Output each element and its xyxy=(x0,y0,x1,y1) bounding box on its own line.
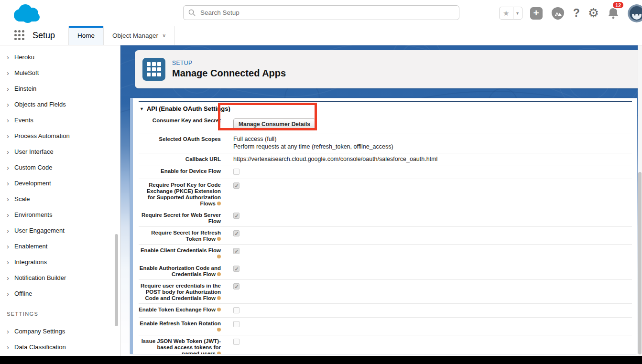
sidebar-item[interactable]: ›Custom Code xyxy=(0,160,120,175)
chevron-right-icon: › xyxy=(7,290,14,297)
sidebar-item[interactable]: ›Data Classification xyxy=(0,339,120,355)
tab-object-manager-label: Object Manager xyxy=(112,32,158,39)
sidebar-item[interactable]: ›Objects and Fields xyxy=(0,96,120,112)
quick-create-button[interactable]: + xyxy=(530,7,543,20)
tab-object-manager[interactable]: Object Manager ∨ xyxy=(103,26,175,45)
sidebar-item-label: Objects and Fields xyxy=(14,101,66,108)
value-line: Perform requests at any time (refresh_to… xyxy=(233,143,393,150)
sidebar-item[interactable]: ›User Engagement xyxy=(0,223,120,238)
info-icon[interactable] xyxy=(217,352,221,354)
sidebar-item-label: User Interface xyxy=(14,148,54,155)
chevron-right-icon: › xyxy=(7,211,14,218)
settings-row: Require Secret for Web Server Flow xyxy=(139,209,632,227)
settings-row: Selected OAuth ScopesFull access (full)P… xyxy=(139,133,632,153)
sidebar-scrollbar[interactable] xyxy=(115,234,118,326)
sidebar-item[interactable]: ›Development xyxy=(0,175,120,191)
collapse-triangle-icon: ▼ xyxy=(140,107,144,111)
info-icon[interactable] xyxy=(217,328,221,332)
row-label: Require user credentials in the POST bod… xyxy=(139,282,221,301)
sidebar-item[interactable]: ›Heroku xyxy=(0,49,120,65)
chevron-right-icon: › xyxy=(7,243,14,250)
settings-row: Enable Client Credentials Flow xyxy=(139,245,632,262)
sidebar-item[interactable]: ›User Interface xyxy=(0,144,120,160)
info-icon[interactable] xyxy=(217,237,221,241)
sidebar-item[interactable]: ›Scale xyxy=(0,191,120,207)
sidebar-section-settings: SETTINGS xyxy=(0,304,120,323)
row-label: Require Proof Key for Code Exchange (PKC… xyxy=(139,181,221,207)
sidebar-item-label: MuleSoft xyxy=(14,69,39,76)
sidebar-item[interactable]: ›Company Settings xyxy=(0,323,120,339)
tab-home[interactable]: Home xyxy=(68,26,103,45)
chevron-right-icon: › xyxy=(7,148,14,155)
checkbox-checked[interactable] xyxy=(233,248,239,254)
plus-icon: + xyxy=(530,7,543,20)
settings-row: Require user credentials in the POST bod… xyxy=(139,280,632,304)
chevron-right-icon: › xyxy=(7,132,14,139)
checkbox-checked[interactable] xyxy=(233,266,239,272)
help-icon: ? xyxy=(573,7,580,20)
setup-gear-button[interactable]: ⚙ xyxy=(588,6,599,21)
favorites-dropdown-icon[interactable]: ▾ xyxy=(513,7,522,20)
notification-count-badge: 12 xyxy=(612,1,624,9)
setup-sidebar: ›Heroku›MuleSoft›Einstein›Objects and Fi… xyxy=(0,45,120,364)
checkbox-checked[interactable] xyxy=(233,230,239,236)
bottom-letterbox-bar xyxy=(0,356,642,364)
user-avatar[interactable] xyxy=(628,4,642,22)
chevron-right-icon: › xyxy=(7,101,14,108)
checkbox-unchecked[interactable] xyxy=(233,321,239,327)
sidebar-item[interactable]: ›Einstein xyxy=(0,81,120,96)
row-label: Enable Client Credentials Flow xyxy=(139,246,221,260)
checkbox-checked[interactable] xyxy=(233,283,239,289)
chevron-right-icon: › xyxy=(7,328,14,335)
info-icon[interactable] xyxy=(217,296,221,300)
settings-row: Enable Token Exchange Flow xyxy=(139,304,632,318)
sidebar-item-label: User Engagement xyxy=(14,227,65,234)
sidebar-item[interactable]: ›Enablement xyxy=(0,238,120,254)
row-value xyxy=(221,246,239,260)
trailhead-icon xyxy=(551,6,565,21)
favorites-control: ★ ▾ xyxy=(499,7,522,20)
sidebar-item-label: Events xyxy=(14,117,33,124)
row-label: Enable Token Exchange Flow xyxy=(139,306,221,315)
manage-consumer-details-button[interactable]: Manage Consumer Details xyxy=(233,118,316,130)
search-input[interactable] xyxy=(200,9,454,16)
row-label: Require Secret for Web Server Flow xyxy=(139,211,221,225)
checkbox-unchecked[interactable] xyxy=(233,169,239,175)
row-label: Consumer Key and Secret xyxy=(139,117,221,131)
section-header[interactable]: ▼ API (Enable OAuth Settings) xyxy=(139,101,632,115)
global-search xyxy=(183,5,459,20)
info-icon[interactable] xyxy=(217,308,221,311)
favorite-star-icon[interactable]: ★ xyxy=(499,7,513,20)
sidebar-item-label: Data Classification xyxy=(14,343,66,351)
sidebar-item[interactable]: ›Events xyxy=(0,112,120,128)
sidebar-item[interactable]: ›Integrations xyxy=(0,254,120,270)
sidebar-item-label: Heroku xyxy=(14,54,34,61)
checkbox-checked[interactable] xyxy=(233,182,239,189)
sidebar-item[interactable]: ›Notification Builder xyxy=(0,270,120,286)
value-line: Full access (full) xyxy=(233,136,393,143)
sidebar-item[interactable]: ›Offline xyxy=(0,286,120,301)
guidance-center-button[interactable] xyxy=(551,6,565,21)
sidebar-item-label: Enablement xyxy=(14,243,47,250)
sidebar-item[interactable]: ›Process Automation xyxy=(0,128,120,144)
main-scrollbar-track[interactable] xyxy=(638,45,642,356)
checkbox-checked[interactable] xyxy=(233,213,239,219)
checkbox-unchecked[interactable] xyxy=(233,339,239,345)
sidebar-item[interactable]: ›MuleSoft xyxy=(0,65,120,81)
checkbox-unchecked[interactable] xyxy=(233,307,239,313)
row-value xyxy=(221,229,239,242)
chevron-right-icon: › xyxy=(7,258,14,266)
info-icon[interactable] xyxy=(217,255,221,258)
breadcrumb: SETUP xyxy=(172,60,286,66)
main-scrollbar-thumb[interactable] xyxy=(638,172,642,354)
chevron-right-icon: › xyxy=(7,117,14,124)
info-icon[interactable] xyxy=(217,272,221,276)
sidebar-item[interactable]: ›Environments xyxy=(0,207,120,223)
row-label: Require Secret for Refresh Token Flow xyxy=(139,229,221,242)
notifications-button[interactable]: 12 xyxy=(607,7,620,20)
help-button[interactable]: ? xyxy=(573,7,580,20)
salesforce-logo-icon[interactable] xyxy=(11,2,43,24)
app-launcher-icon[interactable] xyxy=(14,30,26,42)
gear-icon: ⚙ xyxy=(588,6,599,21)
info-icon[interactable] xyxy=(217,202,221,205)
